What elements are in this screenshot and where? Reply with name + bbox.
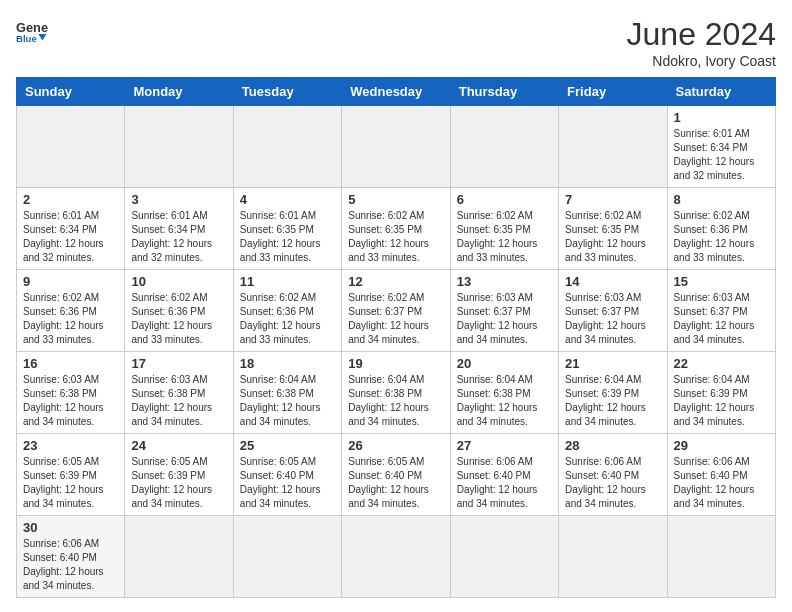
calendar-day-cell: 30Sunrise: 6:06 AMSunset: 6:40 PMDayligh… xyxy=(17,516,125,598)
day-number: 20 xyxy=(457,356,552,371)
calendar-day-cell xyxy=(17,106,125,188)
calendar-day-cell: 12Sunrise: 6:02 AMSunset: 6:37 PMDayligh… xyxy=(342,270,450,352)
day-info: Sunrise: 6:02 AMSunset: 6:37 PMDaylight:… xyxy=(348,291,443,347)
day-number: 16 xyxy=(23,356,118,371)
weekday-header: Tuesday xyxy=(233,78,341,106)
svg-marker-1 xyxy=(38,34,46,40)
calendar-day-cell: 26Sunrise: 6:05 AMSunset: 6:40 PMDayligh… xyxy=(342,434,450,516)
calendar-day-cell xyxy=(125,516,233,598)
calendar-day-cell: 21Sunrise: 6:04 AMSunset: 6:39 PMDayligh… xyxy=(559,352,667,434)
day-number: 17 xyxy=(131,356,226,371)
day-info: Sunrise: 6:01 AMSunset: 6:34 PMDaylight:… xyxy=(674,127,769,183)
day-number: 29 xyxy=(674,438,769,453)
day-number: 15 xyxy=(674,274,769,289)
calendar-day-cell: 14Sunrise: 6:03 AMSunset: 6:37 PMDayligh… xyxy=(559,270,667,352)
title-block: June 2024 Ndokro, Ivory Coast xyxy=(627,16,776,69)
day-number: 21 xyxy=(565,356,660,371)
calendar-day-cell xyxy=(667,516,775,598)
day-info: Sunrise: 6:06 AMSunset: 6:40 PMDaylight:… xyxy=(674,455,769,511)
day-number: 25 xyxy=(240,438,335,453)
day-info: Sunrise: 6:02 AMSunset: 6:36 PMDaylight:… xyxy=(131,291,226,347)
day-number: 8 xyxy=(674,192,769,207)
weekday-header-row: SundayMondayTuesdayWednesdayThursdayFrid… xyxy=(17,78,776,106)
weekday-header: Wednesday xyxy=(342,78,450,106)
day-info: Sunrise: 6:04 AMSunset: 6:38 PMDaylight:… xyxy=(240,373,335,429)
day-info: Sunrise: 6:02 AMSunset: 6:35 PMDaylight:… xyxy=(565,209,660,265)
calendar-day-cell xyxy=(233,516,341,598)
calendar-week-row: 30Sunrise: 6:06 AMSunset: 6:40 PMDayligh… xyxy=(17,516,776,598)
day-info: Sunrise: 6:04 AMSunset: 6:38 PMDaylight:… xyxy=(457,373,552,429)
calendar-week-row: 1Sunrise: 6:01 AMSunset: 6:34 PMDaylight… xyxy=(17,106,776,188)
day-info: Sunrise: 6:02 AMSunset: 6:35 PMDaylight:… xyxy=(348,209,443,265)
calendar-day-cell: 15Sunrise: 6:03 AMSunset: 6:37 PMDayligh… xyxy=(667,270,775,352)
day-info: Sunrise: 6:02 AMSunset: 6:36 PMDaylight:… xyxy=(23,291,118,347)
calendar-day-cell: 20Sunrise: 6:04 AMSunset: 6:38 PMDayligh… xyxy=(450,352,558,434)
calendar-day-cell: 22Sunrise: 6:04 AMSunset: 6:39 PMDayligh… xyxy=(667,352,775,434)
day-number: 1 xyxy=(674,110,769,125)
day-info: Sunrise: 6:06 AMSunset: 6:40 PMDaylight:… xyxy=(23,537,118,593)
calendar-day-cell: 7Sunrise: 6:02 AMSunset: 6:35 PMDaylight… xyxy=(559,188,667,270)
calendar-day-cell xyxy=(233,106,341,188)
calendar-day-cell: 25Sunrise: 6:05 AMSunset: 6:40 PMDayligh… xyxy=(233,434,341,516)
calendar-day-cell: 10Sunrise: 6:02 AMSunset: 6:36 PMDayligh… xyxy=(125,270,233,352)
day-number: 6 xyxy=(457,192,552,207)
calendar-day-cell: 29Sunrise: 6:06 AMSunset: 6:40 PMDayligh… xyxy=(667,434,775,516)
day-info: Sunrise: 6:03 AMSunset: 6:38 PMDaylight:… xyxy=(23,373,118,429)
day-number: 27 xyxy=(457,438,552,453)
weekday-header: Saturday xyxy=(667,78,775,106)
weekday-header: Monday xyxy=(125,78,233,106)
calendar-day-cell: 5Sunrise: 6:02 AMSunset: 6:35 PMDaylight… xyxy=(342,188,450,270)
logo: General Blue xyxy=(16,16,48,44)
day-info: Sunrise: 6:05 AMSunset: 6:39 PMDaylight:… xyxy=(23,455,118,511)
weekday-header: Thursday xyxy=(450,78,558,106)
day-number: 5 xyxy=(348,192,443,207)
day-info: Sunrise: 6:03 AMSunset: 6:37 PMDaylight:… xyxy=(674,291,769,347)
day-number: 3 xyxy=(131,192,226,207)
calendar-day-cell: 28Sunrise: 6:06 AMSunset: 6:40 PMDayligh… xyxy=(559,434,667,516)
day-number: 13 xyxy=(457,274,552,289)
day-info: Sunrise: 6:04 AMSunset: 6:38 PMDaylight:… xyxy=(348,373,443,429)
day-number: 18 xyxy=(240,356,335,371)
calendar-week-row: 2Sunrise: 6:01 AMSunset: 6:34 PMDaylight… xyxy=(17,188,776,270)
calendar-week-row: 16Sunrise: 6:03 AMSunset: 6:38 PMDayligh… xyxy=(17,352,776,434)
calendar-day-cell: 11Sunrise: 6:02 AMSunset: 6:36 PMDayligh… xyxy=(233,270,341,352)
weekday-header: Friday xyxy=(559,78,667,106)
day-number: 14 xyxy=(565,274,660,289)
calendar-table: SundayMondayTuesdayWednesdayThursdayFrid… xyxy=(16,77,776,598)
day-number: 7 xyxy=(565,192,660,207)
day-info: Sunrise: 6:01 AMSunset: 6:35 PMDaylight:… xyxy=(240,209,335,265)
day-info: Sunrise: 6:05 AMSunset: 6:40 PMDaylight:… xyxy=(348,455,443,511)
calendar-day-cell xyxy=(559,516,667,598)
day-number: 24 xyxy=(131,438,226,453)
day-info: Sunrise: 6:03 AMSunset: 6:37 PMDaylight:… xyxy=(565,291,660,347)
day-number: 4 xyxy=(240,192,335,207)
day-number: 26 xyxy=(348,438,443,453)
calendar-day-cell: 1Sunrise: 6:01 AMSunset: 6:34 PMDaylight… xyxy=(667,106,775,188)
calendar-day-cell xyxy=(450,516,558,598)
calendar-day-cell: 23Sunrise: 6:05 AMSunset: 6:39 PMDayligh… xyxy=(17,434,125,516)
page-header: General Blue June 2024 Ndokro, Ivory Coa… xyxy=(16,16,776,69)
calendar-day-cell: 17Sunrise: 6:03 AMSunset: 6:38 PMDayligh… xyxy=(125,352,233,434)
day-number: 12 xyxy=(348,274,443,289)
calendar-day-cell xyxy=(450,106,558,188)
svg-text:Blue: Blue xyxy=(16,33,37,44)
calendar-day-cell: 6Sunrise: 6:02 AMSunset: 6:35 PMDaylight… xyxy=(450,188,558,270)
calendar-week-row: 23Sunrise: 6:05 AMSunset: 6:39 PMDayligh… xyxy=(17,434,776,516)
calendar-day-cell xyxy=(559,106,667,188)
day-number: 23 xyxy=(23,438,118,453)
calendar-day-cell: 27Sunrise: 6:06 AMSunset: 6:40 PMDayligh… xyxy=(450,434,558,516)
calendar-day-cell: 16Sunrise: 6:03 AMSunset: 6:38 PMDayligh… xyxy=(17,352,125,434)
calendar-day-cell: 4Sunrise: 6:01 AMSunset: 6:35 PMDaylight… xyxy=(233,188,341,270)
day-info: Sunrise: 6:03 AMSunset: 6:37 PMDaylight:… xyxy=(457,291,552,347)
day-info: Sunrise: 6:02 AMSunset: 6:36 PMDaylight:… xyxy=(240,291,335,347)
location: Ndokro, Ivory Coast xyxy=(627,53,776,69)
day-number: 10 xyxy=(131,274,226,289)
calendar-day-cell xyxy=(342,516,450,598)
weekday-header: Sunday xyxy=(17,78,125,106)
day-number: 30 xyxy=(23,520,118,535)
day-info: Sunrise: 6:06 AMSunset: 6:40 PMDaylight:… xyxy=(565,455,660,511)
logo-icon: General Blue xyxy=(16,16,48,44)
day-info: Sunrise: 6:04 AMSunset: 6:39 PMDaylight:… xyxy=(565,373,660,429)
day-number: 28 xyxy=(565,438,660,453)
calendar-day-cell: 2Sunrise: 6:01 AMSunset: 6:34 PMDaylight… xyxy=(17,188,125,270)
